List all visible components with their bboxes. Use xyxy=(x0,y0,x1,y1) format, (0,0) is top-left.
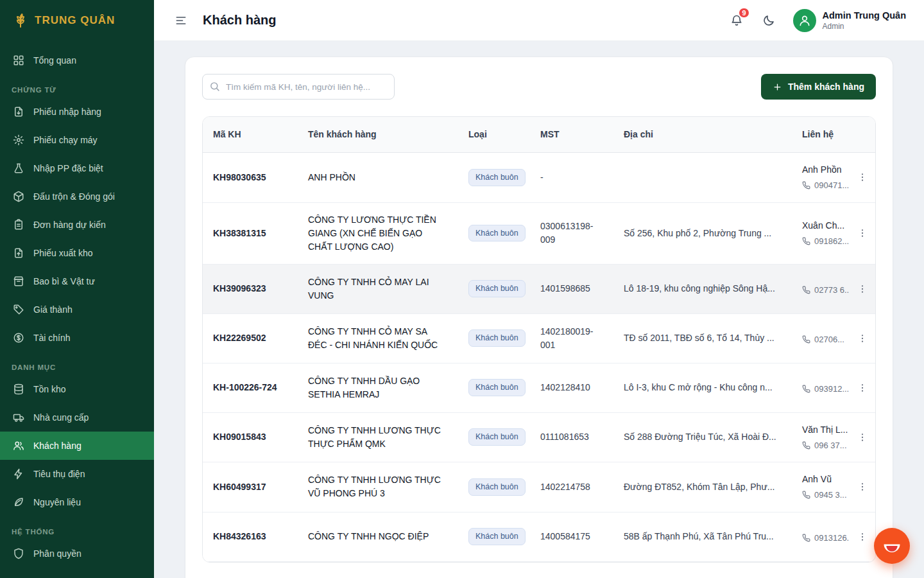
row-actions xyxy=(850,363,875,412)
theme-toggle-button[interactable] xyxy=(757,9,780,32)
row-menu-button[interactable] xyxy=(853,528,871,546)
page-content: Thêm khách hàng Mã KH Tên khách hàng Loạ… xyxy=(154,41,924,578)
customer-type-badge: Khách buôn xyxy=(468,428,526,446)
sidebar-item-phieu-nhap-hang[interactable]: Phiếu nhập hàng xyxy=(0,98,154,126)
sidebar-item-label: Tiêu thụ điện xyxy=(33,469,85,479)
customer-name: CÔNG TY TNHH LƯƠNG THỰC VŨ PHONG PHÚ 3 xyxy=(298,463,458,511)
customer-type-badge: Khách buôn xyxy=(468,329,526,347)
customer-address: Số 256, Khu phố 2, Phường Trung ... xyxy=(613,216,792,250)
row-menu-button[interactable] xyxy=(853,224,871,242)
notification-badge: 9 xyxy=(738,7,749,19)
row-menu-button[interactable] xyxy=(853,329,871,347)
phone-icon xyxy=(802,491,810,499)
shield-icon xyxy=(13,548,24,559)
sidebar-item-label: Nguyên liệu xyxy=(33,497,81,507)
users-icon xyxy=(13,440,24,451)
table-row[interactable]: KH84326163 CÔNG TY TNHH NGỌC ĐIỆP Khách … xyxy=(203,512,875,562)
phone-icon xyxy=(802,385,810,393)
sidebar-section-chung-tu: CHỨNG TỪ xyxy=(0,74,154,98)
row-menu-button[interactable] xyxy=(853,379,871,397)
sidebar-item-bao-bi-vat-tu[interactable]: Bao bì & Vật tư xyxy=(0,267,154,295)
flask-icon xyxy=(13,162,24,174)
sidebar-item-phieu-chay-may[interactable]: Phiếu chạy máy xyxy=(0,126,154,154)
add-customer-button-label: Thêm khách hàng xyxy=(788,82,864,92)
table-row[interactable]: KH22269502 CÔNG TY TNHH CỎ MAY SA ĐÉC - … xyxy=(203,314,875,363)
phone-icon xyxy=(802,181,810,189)
phone-icon xyxy=(802,286,810,294)
dollar-icon xyxy=(13,332,24,344)
table-row[interactable]: KH60499317 CÔNG TY TNHH LƯƠNG THỰC VŨ PH… xyxy=(203,462,875,512)
sidebar-item-gia-thanh[interactable]: Giá thành xyxy=(0,295,154,324)
sidebar-item-don-hang-du-kien[interactable]: Đơn hàng dự kiến xyxy=(0,211,154,239)
sidebar-item-nhap-pp-dac-biet[interactable]: Nhập PP đặc biệt xyxy=(0,154,154,182)
app-logo[interactable]: TRUNG QUÂN xyxy=(0,0,154,41)
column-header-loai: Loại xyxy=(458,117,530,152)
table-row[interactable]: KH09015843 CÔNG TY TNHH LƯƠNG THỰC THỰC … xyxy=(203,413,875,463)
kebab-icon xyxy=(857,432,868,442)
sidebar-item-khach-hang[interactable]: Khách hàng xyxy=(0,432,154,460)
leaf-icon xyxy=(13,496,24,508)
phone-icon xyxy=(802,237,810,245)
sidebar-item-tieu-thu-dien[interactable]: Tiêu thụ điện xyxy=(0,460,154,488)
sidebar-item-tong-quan[interactable]: Tổng quan xyxy=(0,46,154,74)
sidebar-item-dau-tron-dong-goi[interactable]: Đấu trộn & Đóng gói xyxy=(0,182,154,211)
customer-type-badge: Khách buôn xyxy=(468,280,526,297)
sidebar-item-nha-cung-cap[interactable]: Nhà cung cấp xyxy=(0,403,154,432)
customer-type-badge: Khách buôn xyxy=(468,225,526,242)
table-row[interactable]: KH38381315 CÔNG TY LƯƠNG THỰC TIỀN GIANG… xyxy=(203,203,875,265)
customer-name: ANH PHỒN xyxy=(298,161,458,195)
moon-icon xyxy=(762,14,775,27)
customer-type-badge: Khách buôn xyxy=(468,528,526,545)
row-menu-button[interactable] xyxy=(853,280,871,298)
user-name: Admin Trung Quân xyxy=(823,10,907,21)
import-icon xyxy=(13,106,24,118)
sidebar-item-label: Nhà cung cấp xyxy=(33,412,89,423)
sidebar-item-ton-kho[interactable]: Tồn kho xyxy=(0,375,154,403)
add-customer-button[interactable]: Thêm khách hàng xyxy=(761,74,876,100)
sidebar-item-tai-chinh[interactable]: Tài chính xyxy=(0,324,154,352)
customer-type-badge: Khách buôn xyxy=(468,478,526,496)
gear-icon xyxy=(13,134,24,146)
search-input[interactable] xyxy=(202,74,395,100)
sidebar-item-label: Phân quyền xyxy=(33,548,81,559)
tag-icon xyxy=(13,304,24,315)
sidebar-item-nguyen-lieu[interactable]: Nguyên liệu xyxy=(0,488,154,516)
phone-icon xyxy=(802,441,810,450)
user-menu[interactable]: Admin Trung Quân Admin xyxy=(793,9,907,32)
sidebar-item-phieu-xuat-kho[interactable]: Phiếu xuất kho xyxy=(0,239,154,267)
table-row[interactable]: KH39096323 CÔNG TY TNHH CỎ MAY LAI VUNG … xyxy=(203,265,875,314)
phone-icon xyxy=(802,335,810,344)
column-header-dia-chi: Địa chỉ xyxy=(613,117,792,152)
sidebar-section-danh-muc: DANH MỤC xyxy=(0,352,154,375)
customer-address: Đường ĐT852, Khóm Tân Lập, Phư... xyxy=(613,470,792,504)
kebab-icon xyxy=(857,333,868,344)
sidebar-toggle-button[interactable] xyxy=(169,9,193,32)
sidebar: TRUNG QUÂN Tổng quan CHỨNG TỪ Phiếu nhập… xyxy=(0,0,154,578)
customers-table: Mã KH Tên khách hàng Loại MST Địa chỉ Li… xyxy=(202,116,876,563)
sidebar-item-label: Nhập PP đặc biệt xyxy=(33,163,103,173)
row-menu-button[interactable] xyxy=(853,478,871,496)
sidebar-item-label: Đấu trộn & Đóng gói xyxy=(33,191,115,202)
sidebar-item-phan-quyen[interactable]: Phân quyền xyxy=(0,539,154,568)
menu-icon xyxy=(175,14,187,27)
customers-card: Thêm khách hàng Mã KH Tên khách hàng Loạ… xyxy=(185,57,893,578)
row-actions xyxy=(850,265,875,313)
row-menu-button[interactable] xyxy=(853,168,871,186)
support-fab[interactable] xyxy=(874,528,910,564)
row-actions xyxy=(850,314,875,363)
customer-code: KH38381315 xyxy=(213,228,266,238)
sidebar-item-label: Giá thành xyxy=(33,304,73,315)
plus-icon xyxy=(773,82,782,92)
table-row[interactable]: KH-100226-724 CÔNG TY TNHH DẦU GẠO SETHI… xyxy=(203,363,875,413)
main-area: Khách hàng 9 Admin Trung Quân Admin xyxy=(154,0,924,578)
column-header-ma-kh: Mã KH xyxy=(203,117,298,152)
row-menu-button[interactable] xyxy=(853,428,871,446)
table-row[interactable]: KH98030635 ANH PHỒN Khách buôn - Anh Phồ… xyxy=(203,153,875,203)
column-header-mst: MST xyxy=(530,117,613,152)
customer-address xyxy=(613,167,792,188)
app-logo-text: TRUNG QUÂN xyxy=(35,14,115,27)
search-icon xyxy=(209,81,220,92)
contact-phone-number: 0945 3... xyxy=(814,489,847,502)
contact-phone-number: 096 37... xyxy=(814,439,847,452)
customer-name: CÔNG TY TNHH CỎ MAY LAI VUNG xyxy=(298,265,458,313)
